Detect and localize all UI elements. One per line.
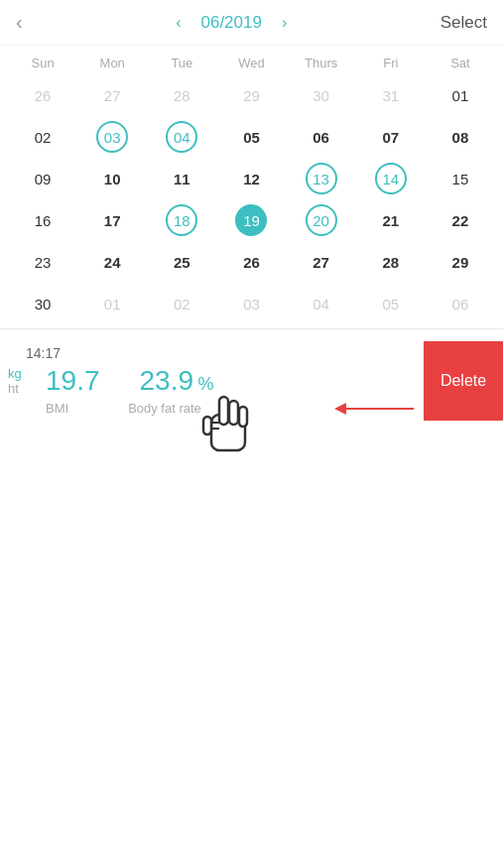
bmi-label: BMI (46, 401, 68, 416)
calendar-day[interactable]: 26 (8, 74, 77, 116)
calendar-day[interactable]: 14 (356, 158, 426, 199)
calendar-day[interactable]: 01 (426, 74, 495, 116)
calendar-day[interactable]: 28 (356, 241, 426, 283)
next-month-button[interactable]: › (282, 14, 287, 32)
calendar-day[interactable]: 06 (287, 116, 356, 158)
calendar-day[interactable]: 04 (147, 116, 216, 158)
record-row-wrapper: kg ht 14:17 19.7 23.9 % BMI Body fat rat… (0, 333, 503, 428)
calendar-day[interactable]: 02 (8, 116, 77, 158)
weekday-fri: Fri (356, 56, 426, 70)
calendar-day[interactable]: 05 (356, 283, 426, 324)
prev-month-button[interactable]: ‹ (176, 14, 181, 32)
ht-label: ht (8, 381, 22, 396)
swipe-arrow-line (344, 408, 414, 411)
kg-label: kg (8, 366, 22, 381)
calendar-day[interactable]: 10 (77, 158, 147, 199)
swipe-indicator (344, 408, 414, 411)
calendar-day[interactable]: 22 (426, 199, 495, 241)
calendar-day[interactable]: 07 (356, 116, 426, 158)
record-time: 14:17 (16, 345, 408, 361)
calendar-day[interactable]: 17 (77, 199, 147, 241)
calendar-day[interactable]: 20 (287, 199, 356, 241)
weekday-sun: Sun (8, 56, 77, 70)
calendar-day[interactable]: 09 (8, 158, 77, 199)
calendar-day[interactable]: 03 (216, 283, 286, 324)
fat-value: 23.9 (140, 365, 194, 396)
weekday-wed: Wed (216, 56, 286, 70)
record-area: kg ht 14:17 19.7 23.9 % BMI Body fat rat… (0, 333, 503, 428)
weekday-thurs: Thurs (287, 56, 356, 70)
calendar-day[interactable]: 03 (77, 116, 147, 158)
calendar-day[interactable]: 28 (147, 74, 216, 116)
calendar-day[interactable]: 27 (77, 74, 147, 116)
calendar-day[interactable]: 04 (287, 283, 356, 324)
calendar-day[interactable]: 06 (426, 283, 495, 324)
month-navigation: ‹ 06/2019 › (176, 13, 287, 33)
record-card[interactable]: 14:17 19.7 23.9 % BMI Body fat rate (0, 333, 424, 428)
calendar-day[interactable]: 02 (147, 283, 216, 324)
calendar-day[interactable]: 05 (216, 116, 286, 158)
fat-label: Body fat rate (128, 401, 201, 416)
bmi-value: 19.7 (46, 365, 100, 397)
calendar-day[interactable]: 30 (287, 74, 356, 116)
calendar-day[interactable]: 19 (216, 199, 286, 241)
calendar-day[interactable]: 31 (356, 74, 426, 116)
fat-unit: % (197, 374, 213, 394)
calendar-day[interactable]: 15 (426, 158, 495, 199)
calendar-day[interactable]: 01 (77, 283, 147, 324)
calendar-day[interactable]: 29 (426, 241, 495, 283)
calendar-day[interactable]: 23 (8, 241, 77, 283)
calendar-day[interactable]: 24 (77, 241, 147, 283)
weekday-tue: Tue (147, 56, 216, 70)
calendar-day[interactable]: 30 (8, 283, 77, 324)
calendar-day[interactable]: 25 (147, 241, 216, 283)
calendar-day[interactable]: 13 (287, 158, 356, 199)
weekday-headers: Sun Mon Tue Wed Thurs Fri Sat (8, 46, 495, 74)
calendar-day[interactable]: 18 (147, 199, 216, 241)
calendar-day[interactable]: 16 (8, 199, 77, 241)
calendar-day[interactable]: 12 (216, 158, 286, 199)
calendar-day[interactable]: 29 (216, 74, 286, 116)
calendar-divider (0, 328, 503, 329)
select-button[interactable]: Select (440, 13, 487, 33)
calendar-grid: 2627282930310102030405060708091011121314… (8, 74, 495, 324)
calendar-day[interactable]: 11 (147, 158, 216, 199)
calendar: Sun Mon Tue Wed Thurs Fri Sat 2627282930… (0, 46, 503, 324)
record-values: 19.7 23.9 % (16, 365, 408, 397)
fat-value-group: 23.9 % (140, 365, 214, 397)
back-button[interactable]: ‹ (16, 11, 23, 34)
delete-button[interactable]: Delete (424, 341, 503, 421)
weekday-sat: Sat (426, 56, 495, 70)
calendar-header: ‹ ‹ 06/2019 › Select (0, 0, 503, 46)
calendar-day[interactable]: 26 (216, 241, 286, 283)
current-month: 06/2019 (200, 13, 261, 33)
weekday-mon: Mon (77, 56, 147, 70)
side-labels: kg ht (8, 333, 22, 428)
calendar-day[interactable]: 27 (287, 241, 356, 283)
calendar-day[interactable]: 21 (356, 199, 426, 241)
calendar-day[interactable]: 08 (426, 116, 495, 158)
